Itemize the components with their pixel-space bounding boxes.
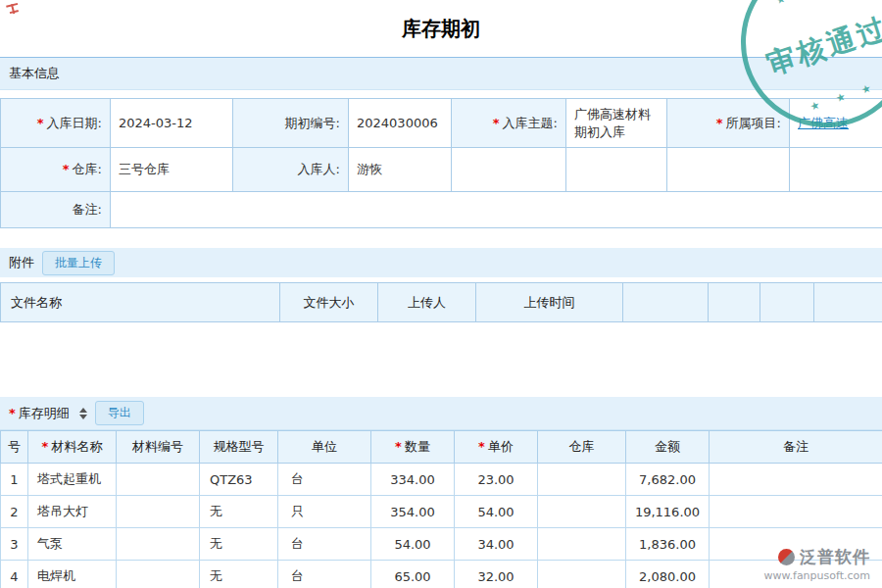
attach-header-empty: [623, 283, 709, 322]
cell-quantity: 65.00: [371, 561, 455, 588]
cell-warehouse: [538, 464, 626, 496]
cell-unit-price: 54.00: [455, 496, 538, 528]
initial-no-value: 2024030006: [349, 99, 452, 148]
cell-quantity: 354.00: [371, 496, 455, 528]
basic-info-table: 入库日期: 2024-03-12 期初编号: 2024030006 入库主题: …: [0, 98, 882, 228]
section-title-basic-info: 基本信息: [9, 65, 60, 82]
in-person-label: 入库人:: [233, 148, 349, 192]
page-title: 库存期初: [0, 0, 882, 57]
required-asterisk: [716, 116, 726, 130]
remark-label-text: 备注:: [73, 202, 102, 217]
cell-spec-model: 无: [200, 561, 278, 588]
attachments-table: 文件名称 文件大小 上传人 上传时间: [0, 282, 882, 322]
cell-unit-price: 23.00: [455, 464, 538, 496]
cell-material-name: 气泵: [28, 528, 117, 561]
required-asterisk: [493, 116, 503, 130]
empty-cell: [566, 148, 667, 192]
subject-value: 广佛高速材料期初入库: [566, 99, 667, 148]
project-value-cell: 广佛高速: [790, 99, 882, 148]
cell-no: 1: [1, 464, 28, 496]
initial-no-label: 期初编号:: [233, 99, 349, 148]
detail-header-row: 号 材料名称 材料编号 规格型号 单位 数量 单价 仓库 金额 备注: [1, 431, 882, 464]
attach-header-upload-time: 上传时间: [476, 283, 623, 322]
in-date-label-text: 入库日期:: [47, 116, 102, 130]
section-attachments: 附件 批量上传: [0, 248, 882, 277]
col-header-quantity-text: 数量: [405, 439, 430, 454]
required-asterisk: [37, 116, 47, 130]
in-date-value: 2024-03-12: [111, 99, 233, 148]
required-asterisk: [63, 162, 73, 176]
in-person-value: 游恢: [349, 148, 452, 192]
batch-upload-button[interactable]: 批量上传: [42, 251, 115, 275]
project-label: 所属项目:: [667, 99, 790, 148]
table-row: 3 气泵 无 台 54.00 34.00 1,836.00: [1, 528, 882, 561]
watermark: 泛普软件 www.fanpusoft.com: [764, 546, 870, 582]
cell-quantity: 334.00: [371, 464, 455, 496]
attachments-empty-body: [0, 322, 882, 389]
cell-unit: 只: [278, 496, 371, 528]
attach-header-empty: [814, 283, 882, 322]
in-person-label-text: 入库人:: [298, 162, 340, 176]
cell-no: 4: [1, 561, 28, 588]
col-header-warehouse: 仓库: [538, 431, 626, 464]
cell-unit: 台: [278, 561, 371, 588]
table-row: 4 电焊机 无 台 65.00 32.00 2,080.00: [1, 561, 882, 588]
initial-no-label-text: 期初编号:: [285, 116, 340, 130]
sort-control-icon[interactable]: [79, 408, 87, 419]
cell-amount: 7,682.00: [626, 464, 710, 496]
attach-header-empty: [760, 283, 814, 322]
cell-spec-model: 无: [200, 528, 278, 561]
section-basic-info: 基本信息: [0, 57, 882, 90]
section-inventory-details: 库存明细 导出: [0, 397, 882, 430]
cell-material-name: 塔式起重机: [28, 464, 117, 496]
cell-spec-model: QTZ63: [200, 464, 278, 496]
col-header-amount: 金额: [626, 431, 710, 464]
cell-amount: 1,836.00: [626, 528, 710, 561]
cell-remark: [710, 496, 882, 528]
cell-no: 2: [1, 496, 28, 528]
subject-label-text: 入库主题:: [503, 116, 558, 130]
empty-cell: [667, 148, 790, 192]
cell-warehouse: [538, 528, 626, 561]
col-header-spec-model: 规格型号: [200, 431, 278, 464]
remark-value: [111, 192, 882, 228]
subject-label: 入库主题:: [452, 99, 566, 148]
col-header-material-code: 材料编号: [117, 431, 200, 464]
warehouse-label: 仓库:: [1, 148, 111, 192]
col-header-material-name-text: 材料名称: [51, 439, 102, 454]
col-header-unit: 单位: [278, 431, 371, 464]
section-title-inventory-details: 库存明细: [9, 405, 70, 422]
remark-label: 备注:: [1, 192, 111, 228]
cell-material-name: 电焊机: [28, 561, 117, 588]
col-header-material-name: 材料名称: [28, 431, 117, 464]
attach-header-file-name: 文件名称: [1, 283, 280, 322]
project-link[interactable]: 广佛高速: [798, 116, 849, 130]
empty-cell: [452, 148, 566, 192]
project-label-text: 所属项目:: [726, 116, 781, 130]
cell-unit: 台: [278, 464, 371, 496]
col-header-unit-price-text: 单价: [488, 439, 514, 454]
table-row: 2 塔吊大灯 无 只 354.00 54.00 19,116.00: [1, 496, 882, 528]
col-header-remark: 备注: [710, 431, 882, 464]
watermark-url: www.fanpusoft.com: [764, 569, 870, 582]
attach-header-file-size: 文件大小: [280, 283, 378, 322]
warehouse-label-text: 仓库:: [73, 162, 102, 176]
section-title-attachments: 附件: [9, 254, 34, 271]
required-asterisk: [478, 439, 488, 454]
cell-material-code: [117, 464, 200, 496]
cell-unit: 台: [278, 528, 371, 561]
cell-warehouse: [538, 561, 626, 588]
required-asterisk: [395, 439, 405, 454]
watermark-brand: 泛普软件: [800, 546, 870, 568]
cell-spec-model: 无: [200, 496, 278, 528]
export-button[interactable]: 导出: [95, 401, 144, 425]
cell-material-name: 塔吊大灯: [28, 496, 117, 528]
attach-header-empty: [709, 283, 760, 322]
cell-material-code: [117, 528, 200, 561]
attach-header-uploader: 上传人: [378, 283, 476, 322]
col-header-unit-price: 单价: [455, 431, 538, 464]
cell-no: 3: [1, 528, 28, 561]
in-date-label: 入库日期:: [1, 99, 111, 148]
cell-material-code: [117, 496, 200, 528]
cell-quantity: 54.00: [371, 528, 455, 561]
